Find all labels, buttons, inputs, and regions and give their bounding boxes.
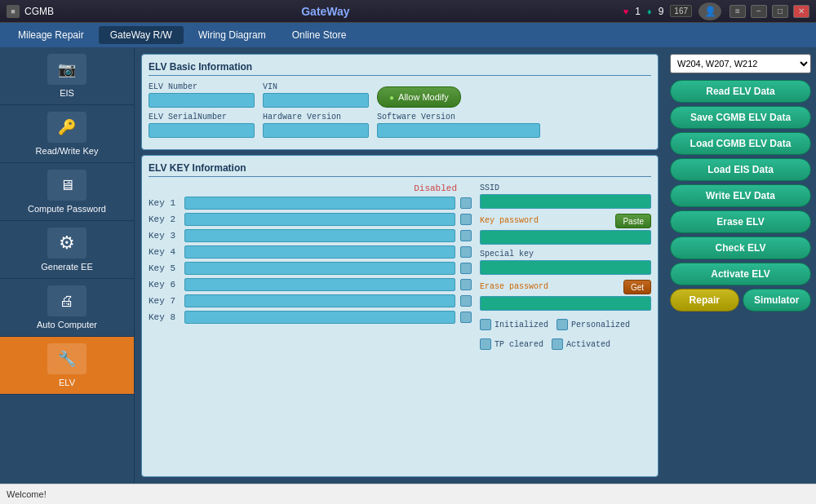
key-password-group: Key password Paste [480,214,651,245]
hardware-version-label: Hardware Version [263,113,369,122]
key-1-bar [184,197,455,210]
sidebar-label-autocomputer: Auto Computer [37,320,97,329]
hardware-version-input[interactable] [263,123,369,138]
special-key-input[interactable] [480,260,651,275]
elv-number-label: ELV Number [149,82,255,91]
load-eis-button[interactable]: Load EIS Data [670,158,811,181]
key-4-label: Key 4 [149,247,180,257]
readwrite-icon: 🔑 [47,112,86,143]
basic-row-2: ELV SerialNumber Hardware Version Softwa… [149,113,651,138]
window-controls[interactable]: ≡ − □ ✕ [730,5,809,18]
basic-row-1: ELV Number VIN Allow Modify [149,82,651,108]
sidebar-label-compute: Compute Password [28,204,106,214]
key-password-input[interactable] [480,230,651,245]
personalized-checkbox[interactable] [557,319,568,330]
paste-button[interactable]: Paste [615,214,651,228]
key-8-label: Key 8 [149,312,180,322]
ssid-group: SSID [480,183,651,209]
key-5-bar [184,262,455,275]
sidebar: 📷 EIS 🔑 Read/Write Key 🖥 Compute Passwor… [0,47,135,484]
elv-key-info-panel: ELV KEY Information Disabled Key 1 Key 2 [141,155,659,477]
key-7-checkbox[interactable] [460,295,472,307]
allow-modify-button[interactable]: Allow Modify [377,86,461,108]
status-bar: Welcome! [0,484,816,504]
menu-mileage-repair[interactable]: Mileage Repair [7,26,95,44]
status-message: Welcome! [7,489,47,499]
sidebar-item-compute[interactable]: 🖥 Compute Password [0,163,134,221]
bottom-button-pair: Repair Simulator [670,289,811,312]
close-button[interactable]: ✕ [793,5,809,18]
key-2-checkbox[interactable] [460,214,472,225]
key-password-label: Key password [480,216,613,225]
key-3-bar [184,229,455,242]
initialized-label: Initialized [494,321,548,329]
erase-password-input[interactable] [480,296,651,311]
read-elv-button[interactable]: Read ELV Data [670,80,811,103]
menu-online-store[interactable]: Online Store [281,26,358,44]
avatar: 👤 [698,2,721,20]
sidebar-label-elv: ELV [59,378,75,387]
erase-password-label-row: Erase password Get [480,280,651,294]
special-key-group: Special key [480,250,651,275]
initialized-checkbox[interactable] [480,319,491,330]
activated-checkbox[interactable] [552,338,563,350]
vin-label: VIN [263,82,369,91]
key-6-checkbox[interactable] [460,279,472,290]
generate-icon: ⚙ [47,228,86,259]
key-list-section: Disabled Key 1 Key 2 Key 3 [149,183,472,484]
key-3-checkbox[interactable] [460,230,472,241]
key-8-checkbox[interactable] [460,312,472,323]
ssid-input[interactable] [480,194,651,209]
activate-elv-button[interactable]: Activate ELV [670,263,811,285]
key-1-checkbox[interactable] [460,197,472,209]
erase-elv-button[interactable]: Erase ELV [670,210,811,233]
key-1-label: Key 1 [149,198,180,208]
key-row-7: Key 7 [149,294,472,307]
repair-button[interactable]: Repair [670,289,739,312]
minimize-button[interactable]: − [751,5,767,18]
menu-wiring-diagram[interactable]: Wiring Diagram [187,26,277,44]
allow-modify-group: Allow Modify [377,86,461,108]
serial-number-label: ELV SerialNumber [149,113,255,122]
sidebar-item-readwrite[interactable]: 🔑 Read/Write Key [0,105,134,163]
key-2-bar [184,213,455,226]
menu-gateway-rw[interactable]: GateWay R/W [99,26,184,44]
key-row-5: Key 5 [149,262,472,275]
tp-cleared-checkbox[interactable] [480,338,491,350]
key-2-label: Key 2 [149,214,180,224]
gateway-label: GateWay [301,5,349,18]
write-elv-button[interactable]: Write ELV Data [670,184,811,207]
elv-number-input[interactable] [149,93,255,108]
key-4-checkbox[interactable] [460,246,472,258]
heart-count: 1 [635,6,641,17]
sidebar-item-autocomputer[interactable]: 🖨 Auto Computer [0,279,134,337]
eis-icon: 📷 [47,54,86,85]
menu-button[interactable]: ≡ [730,5,746,18]
save-cgmb-button[interactable]: Save CGMB ELV Data [670,106,811,129]
software-version-label: Software Version [377,113,540,122]
model-select[interactable]: W204, W207, W212 W166, W172, W204 W221, … [670,54,811,73]
sidebar-item-eis[interactable]: 📷 EIS [0,47,134,105]
sidebar-label-generate: Generate EE [41,262,93,272]
load-cgmb-button[interactable]: Load CGMB ELV Data [670,132,811,155]
sidebar-item-elv[interactable]: 🔧 ELV [0,337,134,395]
key-6-bar [184,278,455,291]
check-elv-button[interactable]: Check ELV [670,237,811,259]
elv-basic-title: ELV Basic Information [149,61,651,76]
software-version-group: Software Version [377,113,540,138]
get-button[interactable]: Get [623,280,651,294]
erase-password-label: Erase password [480,282,621,291]
software-version-input[interactable] [377,123,540,138]
heart-icon: ♥ [623,7,629,16]
maximize-button[interactable]: □ [772,5,788,18]
special-key-label: Special key [480,250,651,259]
serial-number-input[interactable] [149,123,255,138]
sidebar-item-generate[interactable]: ⚙ Generate EE [0,221,134,279]
vin-input[interactable] [263,93,369,108]
key-5-checkbox[interactable] [460,263,472,274]
content-area: ELV Basic Information ELV Number VIN All… [135,47,665,484]
key-5-label: Key 5 [149,263,180,273]
simulator-button[interactable]: Simulator [743,289,812,312]
checkbox-activated: Activated [552,338,610,350]
hardware-version-group: Hardware Version [263,113,369,138]
